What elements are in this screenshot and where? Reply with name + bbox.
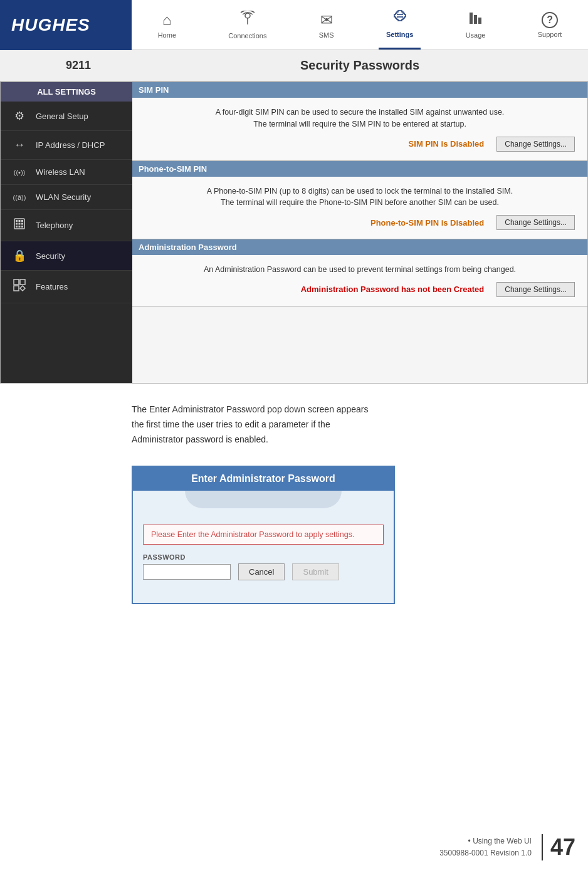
svg-rect-17 <box>14 280 19 285</box>
nav-item-sms[interactable]: ✉ SMS <box>312 0 342 50</box>
sidebar-item-telephony[interactable]: Telephony <box>1 210 132 241</box>
hughes-logo: HUGHES <box>0 0 132 50</box>
nav-item-settings[interactable]: Settings <box>379 0 421 50</box>
nav-item-connections[interactable]: Connections <box>221 0 274 50</box>
svg-rect-16 <box>21 226 23 227</box>
password-input[interactable] <box>143 564 231 580</box>
phone-to-sim-status-row: Phone-to-SIM PIN is Disabled Change Sett… <box>145 215 575 230</box>
popup-submit-button[interactable]: Submit <box>292 563 339 580</box>
svg-rect-11 <box>16 223 18 225</box>
sidebar: ALL SETTINGS ⚙ General Setup ↔ IP Addres… <box>1 82 132 383</box>
device-id: 9211 <box>13 59 144 72</box>
admin-password-header: Administration Password <box>132 239 587 255</box>
phone-to-sim-desc: A Phone-to-SIM PIN (up to 8 digits) can … <box>145 186 575 209</box>
phone-to-sim-change-settings-button[interactable]: Change Settings... <box>496 215 575 230</box>
sim-pin-change-settings-button[interactable]: Change Settings... <box>496 137 575 152</box>
svg-rect-8 <box>16 220 18 222</box>
phone-to-sim-status: Phone-to-SIM PIN is Disabled <box>370 218 484 227</box>
wlan-security-icon: ((ā)) <box>11 194 28 201</box>
nav-item-usage[interactable]: Usage <box>458 0 493 50</box>
svg-rect-13 <box>21 223 23 225</box>
footer-line1: • Using the Web UI <box>439 835 532 847</box>
popup-title-bar: Enter Administrator Password <box>133 467 394 491</box>
svg-rect-9 <box>19 220 21 222</box>
popup-error-box: Please Enter the Administrator Password … <box>143 525 384 545</box>
nav-label-support: Support <box>538 31 562 38</box>
popup-field-row: Cancel Submit <box>143 563 384 580</box>
footer-page-number: 47 <box>542 834 575 860</box>
nav-item-home[interactable]: ⌂ Home <box>150 0 184 50</box>
sidebar-label-wireless-lan: Wireless LAN <box>36 167 85 177</box>
svg-rect-15 <box>19 226 21 227</box>
svg-rect-18 <box>20 280 25 285</box>
sidebar-item-security[interactable]: 🔒 Security <box>1 241 132 271</box>
sidebar-item-wlan-security[interactable]: ((ā)) WLAN Security <box>1 185 132 210</box>
sidebar-item-ip-address[interactable]: ↔ IP Address / DHCP <box>1 131 132 160</box>
content-row: ALL SETTINGS ⚙ General Setup ↔ IP Addres… <box>0 81 588 384</box>
svg-marker-20 <box>20 286 25 291</box>
sim-pin-status-row: SIM PIN is Disabled Change Settings... <box>145 137 575 152</box>
svg-rect-12 <box>19 223 21 225</box>
nav-item-support[interactable]: ? Support <box>530 0 570 50</box>
arrows-icon: ↔ <box>11 139 28 152</box>
nav-label-usage: Usage <box>466 31 486 39</box>
sim-pin-body: A four-digit SIM PIN can be used to secu… <box>132 98 587 160</box>
sim-pin-desc: A four-digit SIM PIN can be used to secu… <box>145 107 575 130</box>
password-field-label: PASSWORD <box>143 553 384 561</box>
sim-pin-section: SIM PIN A four-digit SIM PIN can be used… <box>132 82 587 161</box>
sms-icon: ✉ <box>320 11 333 29</box>
page-title: Security Passwords <box>144 58 575 73</box>
nav-items: ⌂ Home Connections ✉ SMS Settings Usage <box>132 0 588 50</box>
sidebar-label-wlan-security: WLAN Security <box>36 192 91 202</box>
admin-password-status-row: Administration Password has not been Cre… <box>145 282 575 297</box>
nav-label-settings: Settings <box>386 31 413 38</box>
svg-point-0 <box>245 13 250 18</box>
popup-dialog: Enter Administrator Password Please Ente… <box>132 466 395 604</box>
phone-to-sim-header: Phone-to-SIM PIN <box>132 161 587 177</box>
svg-rect-4 <box>470 13 473 24</box>
wireless-icon: ((•)) <box>11 169 28 176</box>
svg-rect-6 <box>478 18 481 24</box>
svg-rect-14 <box>16 226 18 227</box>
sidebar-item-features[interactable]: Features <box>1 271 132 303</box>
popup-body: Please Enter the Administrator Password … <box>133 515 394 590</box>
features-icon <box>11 278 28 295</box>
page-header: 9211 Security Passwords <box>0 50 588 81</box>
sidebar-label-security: Security <box>36 251 65 261</box>
svg-rect-19 <box>14 286 19 291</box>
admin-password-change-settings-button[interactable]: Change Settings... <box>496 282 575 297</box>
sidebar-label-features: Features <box>36 282 68 291</box>
svg-rect-5 <box>474 15 477 24</box>
nav-label-home: Home <box>158 31 176 39</box>
sidebar-label-telephony: Telephony <box>36 221 73 230</box>
description-section: The Enter Administrator Password pop dow… <box>0 384 588 459</box>
lock-icon: 🔒 <box>11 249 28 263</box>
admin-password-status: Administration Password has not been Cre… <box>301 285 485 294</box>
sidebar-all-settings[interactable]: ALL SETTINGS <box>1 82 132 102</box>
phone-to-sim-body: A Phone-to-SIM PIN (up to 8 digits) can … <box>132 177 587 239</box>
sim-pin-status: SIM PIN is Disabled <box>409 139 485 149</box>
connections-icon <box>239 11 256 29</box>
nav-label-connections: Connections <box>228 32 266 39</box>
sidebar-item-general-setup[interactable]: ⚙ General Setup <box>1 102 132 131</box>
gear-icon: ⚙ <box>11 109 28 123</box>
settings-icon <box>392 9 407 28</box>
sidebar-label-general-setup: General Setup <box>36 112 88 121</box>
footer-text: • Using the Web UI 3500988-0001 Revision… <box>439 835 532 859</box>
support-icon: ? <box>542 12 558 28</box>
admin-password-body: An Administration Password can be used t… <box>132 255 587 306</box>
usage-icon <box>468 11 483 29</box>
nav-label-sms: SMS <box>319 31 334 39</box>
sidebar-item-wireless-lan[interactable]: ((•)) Wireless LAN <box>1 160 132 185</box>
phone-to-sim-section: Phone-to-SIM PIN A Phone-to-SIM PIN (up … <box>132 161 587 240</box>
admin-password-section: Administration Password An Administratio… <box>132 239 587 306</box>
home-icon: ⌂ <box>162 11 172 29</box>
popup-cancel-button[interactable]: Cancel <box>238 563 285 580</box>
main-panel: SIM PIN A four-digit SIM PIN can be used… <box>132 82 587 383</box>
popup-container: Enter Administrator Password Please Ente… <box>0 459 588 617</box>
description-text: The Enter Administrator Password pop dow… <box>132 404 368 444</box>
admin-password-desc: An Administration Password can be used t… <box>145 264 575 276</box>
page-footer: • Using the Web UI 3500988-0001 Revision… <box>439 834 575 860</box>
sidebar-label-ip-address: IP Address / DHCP <box>36 140 105 150</box>
top-navigation: HUGHES ⌂ Home Connections ✉ SMS Settings <box>0 0 588 50</box>
